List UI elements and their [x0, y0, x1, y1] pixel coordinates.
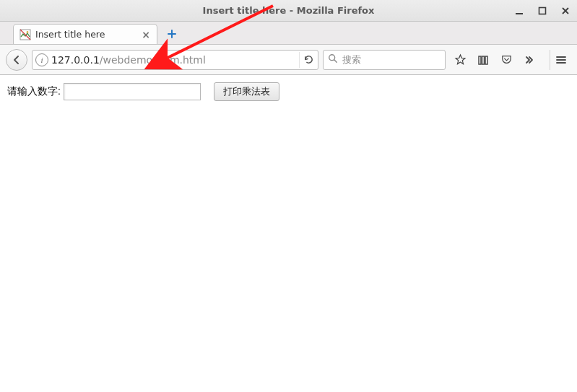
svg-rect-6 — [482, 56, 485, 64]
toolbar-icons — [453, 53, 537, 67]
site-info-icon[interactable]: i — [35, 53, 48, 66]
navigation-toolbar: i 127.0.0.1/webdemo/form.html — [0, 45, 577, 75]
close-button[interactable] — [558, 4, 573, 18]
url-text[interactable]: 127.0.0.1/webdemo/form.html — [51, 54, 296, 66]
page-content: 请输入数字: 打印乘法表 — [0, 75, 577, 392]
arrow-left-icon — [11, 54, 22, 66]
back-button[interactable] — [6, 49, 27, 71]
reload-icon — [303, 54, 314, 65]
print-table-button[interactable]: 打印乘法表 — [214, 82, 279, 101]
svg-point-3 — [27, 31, 29, 33]
overflow-icon[interactable] — [522, 53, 537, 67]
url-host: 127.0.0.1 — [51, 54, 100, 66]
search-icon — [328, 53, 338, 66]
svg-rect-5 — [479, 56, 481, 64]
search-input[interactable] — [342, 54, 464, 65]
new-tab-button[interactable] — [162, 25, 182, 43]
svg-rect-7 — [485, 56, 487, 64]
form-row: 请输入数字: 打印乘法表 — [7, 82, 570, 101]
plus-icon — [167, 29, 177, 39]
bookmark-star-icon[interactable] — [453, 53, 467, 67]
minimize-button[interactable] — [512, 4, 526, 18]
url-bar[interactable]: i 127.0.0.1/webdemo/form.html — [32, 50, 318, 70]
hamburger-menu-button[interactable] — [550, 50, 571, 70]
tab-strip: Insert title here × — [0, 22, 577, 45]
search-bar[interactable] — [323, 50, 446, 70]
library-icon[interactable] — [476, 53, 490, 67]
reload-button[interactable] — [299, 52, 315, 68]
number-input-label: 请输入数字: — [7, 85, 61, 98]
window-titlebar: Insert title here - Mozilla Firefox — [0, 0, 577, 22]
maximize-button[interactable] — [535, 4, 550, 18]
url-path: /webdemo/form.html — [100, 54, 206, 66]
window-title: Insert title here - Mozilla Firefox — [0, 5, 577, 16]
pocket-icon[interactable] — [499, 53, 513, 67]
svg-rect-0 — [516, 13, 523, 14]
hamburger-icon — [555, 54, 567, 66]
tab-active[interactable]: Insert title here × — [13, 24, 157, 44]
tab-close-icon[interactable]: × — [141, 30, 151, 40]
number-input[interactable] — [64, 83, 201, 100]
broken-image-icon — [19, 29, 31, 40]
svg-rect-1 — [539, 7, 546, 14]
tab-label: Insert title here — [35, 29, 136, 40]
window-controls — [512, 0, 573, 21]
